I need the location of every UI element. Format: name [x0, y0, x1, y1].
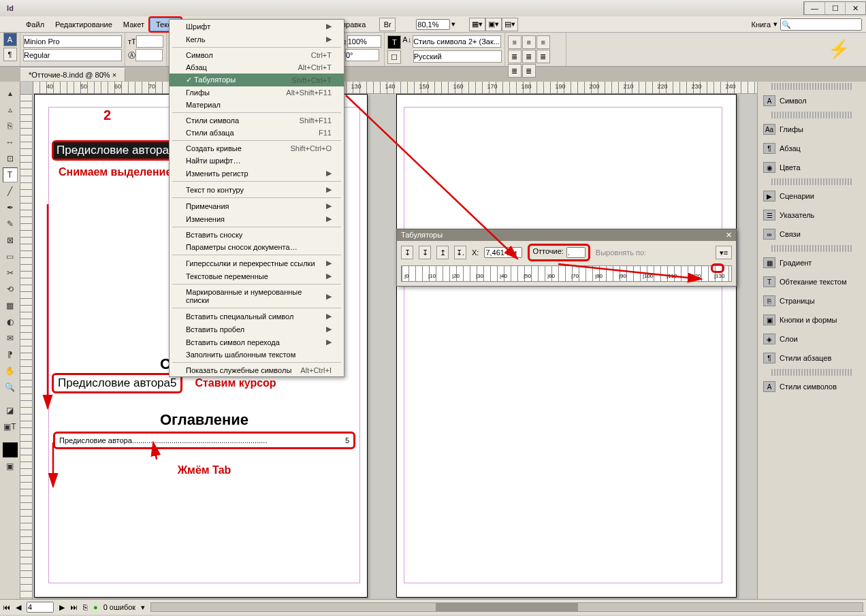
- panel-связи[interactable]: ∞Связи: [758, 225, 866, 244]
- menu-item-вставить-пробел[interactable]: Вставить пробел▶: [170, 323, 344, 336]
- align-center-button[interactable]: ≡: [522, 35, 536, 49]
- menu-item-текстовые-переменные[interactable]: Текстовые переменные▶: [170, 270, 344, 282]
- open-icon[interactable]: ⎘: [83, 603, 88, 611]
- rect-tool[interactable]: ▭: [3, 249, 18, 264]
- menu-item-кегль[interactable]: Кегль▶: [170, 33, 344, 46]
- result-line-box[interactable]: Предисловие автора .....................…: [53, 432, 355, 449]
- align-left-button[interactable]: ≡: [508, 35, 522, 49]
- next-page-button[interactable]: ▶: [59, 603, 65, 612]
- panel-градиент[interactable]: ▦Градиент: [758, 253, 866, 272]
- type-tool[interactable]: T: [3, 167, 18, 182]
- hand-tool[interactable]: ✋: [3, 363, 18, 378]
- menu-item-глифы[interactable]: ГлифыAlt+Shift+F11: [170, 86, 344, 99]
- tab-x-input[interactable]: [484, 247, 522, 258]
- pencil-tool[interactable]: ✎: [3, 216, 18, 231]
- font-size-input[interactable]: [136, 35, 163, 48]
- zoom-tool[interactable]: 🔍: [3, 380, 18, 395]
- workspace-label[interactable]: Книга: [751, 20, 771, 29]
- panel-указатель[interactable]: ☰Указатель: [758, 206, 866, 225]
- dropdown-icon[interactable]: ▾: [773, 20, 777, 29]
- pen-tool[interactable]: ✒: [3, 200, 18, 215]
- maximize-button[interactable]: ☐: [824, 2, 845, 14]
- menu-item-показать-служебные-символы[interactable]: Показать служебные символыAlt+Ctrl+I: [170, 364, 344, 376]
- scrollbar-thumb[interactable]: [436, 603, 578, 611]
- page-input[interactable]: [27, 602, 54, 613]
- skew-input[interactable]: [345, 49, 379, 61]
- menu-item-примечания[interactable]: Примечания▶: [170, 199, 344, 212]
- char-mode-button[interactable]: A: [3, 33, 17, 46]
- menu-item-создать-кривые[interactable]: Создать кривыеShift+Ctrl+O: [170, 142, 344, 155]
- document-tab[interactable]: *Отточие-8.indd @ 80% ×: [20, 68, 125, 81]
- fill-swatch[interactable]: T: [387, 35, 401, 49]
- page-right[interactable]: [396, 94, 737, 598]
- dropdown-icon[interactable]: ▾: [451, 20, 455, 29]
- tabs-panel-menu-icon[interactable]: ▾≡: [716, 246, 732, 259]
- close-button[interactable]: ✕: [845, 2, 865, 14]
- char-style-input[interactable]: [413, 35, 501, 48]
- panel-абзац[interactable]: ¶Абзац: [758, 139, 866, 158]
- scissors-tool[interactable]: ✂: [3, 265, 18, 280]
- language-input[interactable]: [413, 50, 502, 63]
- arrange-icon[interactable]: ▤▾: [502, 18, 518, 31]
- view-options-icon[interactable]: ▦▾: [469, 18, 485, 31]
- search-input[interactable]: [780, 18, 862, 31]
- tab-right-align-icon[interactable]: ↥: [436, 246, 449, 259]
- note-tool[interactable]: ✉: [3, 331, 18, 346]
- menu-item-вставить-сноску[interactable]: Вставить сноску: [170, 229, 344, 241]
- tabs-ruler[interactable]: |0|10|20|30|40|50|60|70|80|90|100|110|12…: [401, 265, 732, 282]
- panel-слои[interactable]: ◈Слои: [758, 329, 866, 348]
- last-page-button[interactable]: ⏭: [70, 603, 78, 611]
- menu-item-материал[interactable]: Материал: [170, 99, 344, 111]
- justify-center-button[interactable]: ≣: [536, 50, 550, 63]
- para-mode-button[interactable]: ¶: [3, 48, 17, 61]
- justify-right-button[interactable]: ≣: [508, 64, 522, 78]
- tab-center-align-icon[interactable]: ↧: [419, 246, 431, 259]
- gap-tool[interactable]: ↔: [3, 135, 18, 150]
- font-family-input[interactable]: [23, 35, 122, 48]
- eyedropper-tool[interactable]: ⁋: [3, 347, 18, 362]
- menu-item-заполнить-шаблонным-текстом[interactable]: Заполнить шаблонным текстом: [170, 348, 344, 361]
- menu-item-параметры-сносок-документа…[interactable]: Параметры сносок документа…: [170, 241, 344, 253]
- leader-input[interactable]: [566, 247, 586, 258]
- selected-text[interactable]: Предисловие автора5: [54, 142, 178, 159]
- menu-item-стили-абзаца[interactable]: Стили абзацаF11: [170, 127, 344, 139]
- panel-символ[interactable]: AСимвол: [758, 91, 866, 110]
- menu-макет[interactable]: Макет: [118, 18, 150, 31]
- panel-стили-абзацев[interactable]: ¶Стили абзацев: [758, 348, 866, 368]
- menu-редактирование[interactable]: Редактирование: [50, 18, 118, 31]
- menu-item-текст-по-контуру[interactable]: Текст по контуру▶: [170, 183, 344, 196]
- bridge-icon[interactable]: Br: [379, 18, 396, 31]
- gradient-tool[interactable]: ▦: [3, 298, 18, 313]
- gradient-feather-tool[interactable]: ◐: [3, 314, 18, 329]
- panel-стили-символов[interactable]: AСтили символов: [758, 377, 866, 396]
- menu-item-гиперссылки-и-перекрестные-ссылки[interactable]: Гиперссылки и перекрестные ссылки▶: [170, 257, 344, 270]
- page-tool[interactable]: ⎘: [3, 118, 18, 133]
- menu-item-вставить-специальный-символ[interactable]: Вставить специальный символ▶: [170, 310, 344, 323]
- tab-stop-marker[interactable]: [711, 263, 724, 273]
- apply-to-text[interactable]: ▣T: [3, 419, 18, 434]
- minimize-button[interactable]: —: [804, 2, 824, 14]
- panel-кнопки-и-формы[interactable]: ▣Кнопки и формы: [758, 310, 866, 329]
- tab-left-align-icon[interactable]: ↧: [401, 246, 413, 259]
- menu-item-изменения[interactable]: Изменения▶: [170, 212, 344, 225]
- close-tab-icon[interactable]: ×: [112, 71, 116, 79]
- justify-button[interactable]: ≣: [508, 50, 522, 63]
- fill-stroke-swap[interactable]: ◪: [3, 403, 18, 418]
- document-canvas[interactable]: 4050607080901001101201301401501601701801…: [20, 82, 757, 599]
- menu-item-вставить-символ-перехода[interactable]: Вставить символ перехода▶: [170, 336, 344, 348]
- preflight-text[interactable]: 0 ошибок: [103, 603, 136, 611]
- menu-item-найти-шрифт…[interactable]: Найти шрифт…: [170, 155, 344, 167]
- menu-item-стили-символа[interactable]: Стили символаShift+F11: [170, 114, 344, 127]
- zoom-input[interactable]: [416, 19, 450, 30]
- h-scrollbar[interactable]: [150, 602, 863, 612]
- justify-full-button[interactable]: ≣: [522, 64, 536, 78]
- menu-item-абзац[interactable]: АбзацAlt+Ctrl+T: [170, 61, 344, 74]
- menu-item-шрифт[interactable]: Шрифт▶: [170, 20, 344, 33]
- panel-цвета[interactable]: ◉Цвета: [758, 158, 866, 177]
- vscale-input[interactable]: [347, 35, 381, 48]
- tabs-panel-close-icon[interactable]: ✕: [726, 231, 732, 240]
- menu-item-изменить-регистр[interactable]: Изменить регистр▶: [170, 167, 344, 180]
- content-tool[interactable]: ⊡: [3, 151, 18, 166]
- selection-tool[interactable]: ▴: [3, 86, 18, 101]
- menu-item-маркированные-и-нумерованные-списки[interactable]: Маркированные и нумерованные списки▶: [170, 286, 344, 306]
